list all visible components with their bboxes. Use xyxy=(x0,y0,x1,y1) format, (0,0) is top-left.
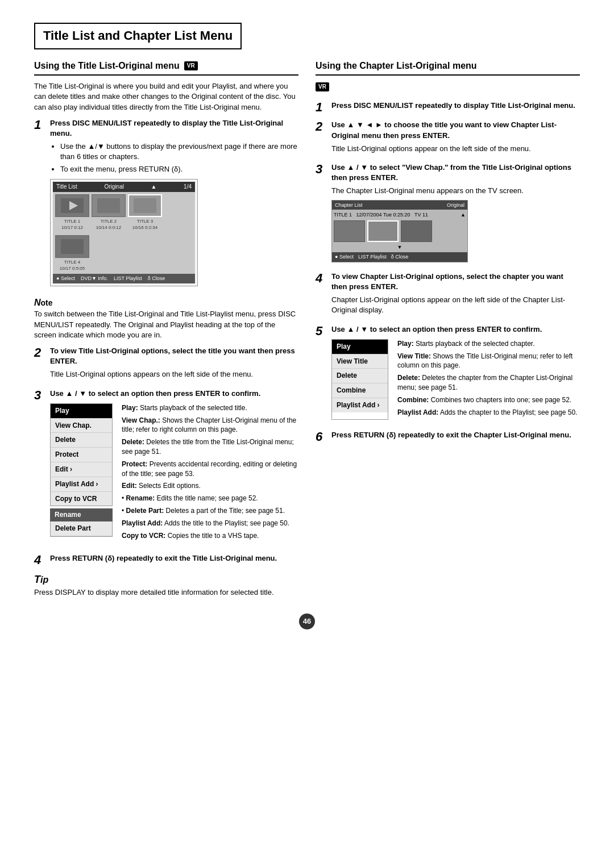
step-4-left: 4 Press RETURN (δ) repeatedly to exit th… xyxy=(34,553,298,567)
menu-item-delete-right[interactable]: Delete xyxy=(332,369,388,383)
step3-left-bold: Use ▲ / ▼ to select an option then press… xyxy=(50,389,260,398)
note-text: To switch between the Title List-Origina… xyxy=(34,309,298,340)
thumb-title3 xyxy=(128,194,162,217)
step1-right-bold: Press DISC MENU/LIST repeatedly to displ… xyxy=(331,101,575,110)
step2-right-bold: Use ▲ ▼ ◄ ► to choose the title you want… xyxy=(331,120,557,139)
step-1-left: 1 Press DISC MENU/LIST repeatedly to dis… xyxy=(34,118,298,291)
step-4-right: 4 To view Chapter List-Original options,… xyxy=(316,272,580,319)
rename-sub: Delete Part xyxy=(50,521,113,537)
rename-header: Rename xyxy=(50,508,113,521)
step4-right-text: Chapter List-Original options appear on … xyxy=(331,295,580,315)
menu-item-playlist-add-right[interactable]: Playlist Add xyxy=(332,398,388,412)
menu-item-combine[interactable]: Combine xyxy=(332,383,388,398)
page-number: 46 xyxy=(299,614,315,629)
menu-item-protect[interactable]: Protect xyxy=(51,448,112,462)
bullet-item: Use the ▲/▼ buttons to display the previ… xyxy=(60,141,298,162)
menu-item-view-chap[interactable]: View Chap. xyxy=(51,419,112,433)
svg-rect-3 xyxy=(134,198,156,213)
step6-right-bold: Press RETURN (δ) repeatedly to exit the … xyxy=(331,431,571,439)
step2-left-bold: To view Title List-Original options, sel… xyxy=(50,347,295,365)
vr-badge-right: VR xyxy=(316,82,329,91)
step2-right-text: Title List-Original options appear on th… xyxy=(331,144,580,154)
note-box: Note To switch between the Title List-Or… xyxy=(34,297,298,340)
menu-item-play[interactable]: Play xyxy=(51,404,112,419)
tip-text: Press DISPLAY to display more detailed t… xyxy=(34,587,298,598)
menu-item-view-title[interactable]: View Title xyxy=(332,354,388,369)
step3-right-bold: Use ▲ / ▼ to select "View Chap." from th… xyxy=(331,163,571,182)
options-desc-right: Play: Starts playback of the selected ch… xyxy=(397,339,580,420)
step-1-right: 1 Press DISC MENU/LIST repeatedly to dis… xyxy=(316,101,580,114)
left-section-title: Using the Title List-Original menu VR xyxy=(34,60,298,76)
options-panel-left: Play View Chap. Delete Protect Edit Play… xyxy=(50,403,298,544)
step1-left-bold: Press DISC MENU/LIST repeatedly to displ… xyxy=(50,119,283,137)
menu-item-copy-to-vcr[interactable]: Copy to VCR xyxy=(51,492,112,506)
screen-mockup-1: Title List Original ▲ 1/4 TITLE 110/17 0… xyxy=(50,179,198,286)
svg-rect-2 xyxy=(97,198,120,213)
left-column: Using the Title List-Original menu VR Th… xyxy=(34,60,298,602)
step5-right-bold: Use ▲ / ▼ to select an option then press… xyxy=(331,325,542,333)
screen-footer-2: ● Select LIST Playlist δ Close xyxy=(332,252,467,262)
thumb-title1 xyxy=(55,194,89,217)
step-3-right: 3 Use ▲ / ▼ to select "View Chap." from … xyxy=(316,162,580,266)
right-section-title: Using the Chapter List-Original menu xyxy=(316,60,580,76)
right-column: Using the Chapter List-Original menu VR … xyxy=(316,60,580,602)
options-panel-right: Play View Title Delete Combine Playlist … xyxy=(331,339,580,420)
step-5-right: 5 Use ▲ / ▼ to select an option then pre… xyxy=(316,324,580,425)
screen-mockup-2: Chapter List Original TITLE 1 12/07/2004… xyxy=(331,200,468,262)
menu-item-delete[interactable]: Delete xyxy=(51,433,112,448)
menu-item-edit[interactable]: Edit xyxy=(51,462,112,477)
step-6-right: 6 Press RETURN (δ) repeatedly to exit th… xyxy=(316,430,580,444)
thumb-ch2 xyxy=(367,220,399,242)
step3-right-text: The Chapter List-Original menu appears o… xyxy=(331,186,580,196)
menu-item-delete-part[interactable]: Delete Part xyxy=(51,521,112,536)
step1-left-bullets: Use the ▲/▼ buttons to display the previ… xyxy=(60,141,298,174)
menu-item-play-right[interactable]: Play xyxy=(332,340,388,354)
thumb-ch1 xyxy=(334,220,365,242)
step-2-right: 2 Use ▲ ▼ ◄ ► to choose the title you wa… xyxy=(316,120,580,157)
step-2-left: 2 To view Title List-Original options, s… xyxy=(34,346,298,383)
step2-left-text: Title List-Original options appears on t… xyxy=(50,369,298,379)
screen-footer-1: ● Select DVD▼ Info. LIST Playlist δ Clos… xyxy=(53,274,195,283)
thumb-title2 xyxy=(92,194,126,217)
step4-right-bold: To view Chapter List-Original options, s… xyxy=(331,272,563,291)
tip-box: Tip Press DISPLAY to display more detail… xyxy=(34,573,298,597)
left-intro: The Title List-Original is where you bui… xyxy=(34,81,298,112)
step-3-left: 3 Use ▲ / ▼ to select an option then pre… xyxy=(34,389,298,548)
step4-left-bold: Press RETURN (δ) repeatedly to exit the … xyxy=(50,554,277,562)
thumb-ch3 xyxy=(401,220,432,242)
menu-item-playlist-add[interactable]: Playlist Add xyxy=(51,477,112,492)
bullet-item: To exit the menu, press RETURN (δ). xyxy=(60,164,298,174)
svg-rect-4 xyxy=(61,239,84,254)
thumb-title4 xyxy=(55,235,89,258)
screen-header-1: Title List Original ▲ 1/4 xyxy=(53,182,195,192)
menu-list-left: Play View Chap. Delete Protect Edit Play… xyxy=(50,403,113,544)
menu-list-right: Play View Title Delete Combine Playlist … xyxy=(331,339,388,420)
screen-body-1: TITLE 110/17 0:12 TITLE 210/14 0:0:12 xyxy=(53,192,195,274)
screen-header-2: Chapter List Original xyxy=(332,201,467,210)
rename-section: Rename Delete Part xyxy=(50,508,113,537)
page-footer: 46 xyxy=(34,614,580,629)
options-desc-left: Play: Starts playback of the selected ti… xyxy=(122,403,298,544)
page-title: Title List and Chapter List Menu xyxy=(34,23,242,49)
vr-badge-left: VR xyxy=(184,61,198,70)
